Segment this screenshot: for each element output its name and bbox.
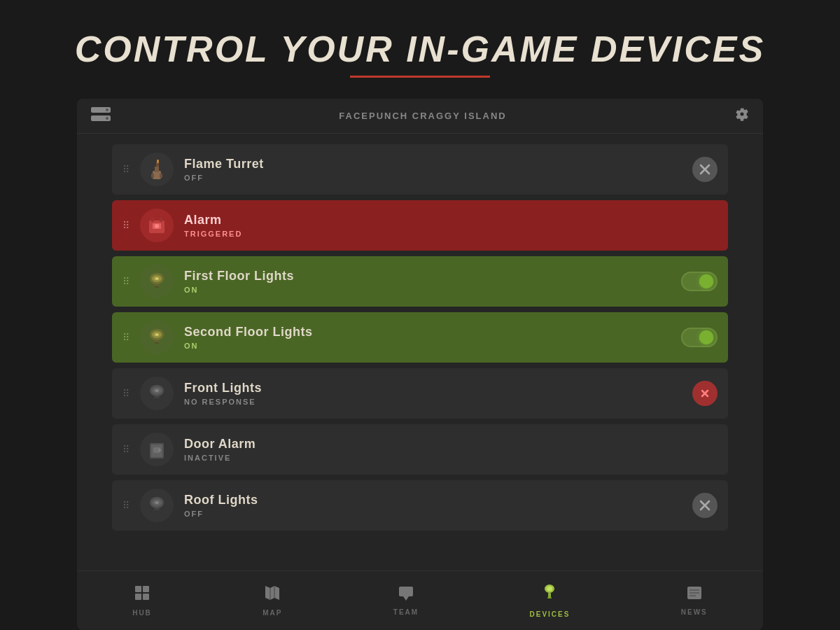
off-button[interactable] xyxy=(692,157,718,182)
server-name: FACEPUNCH CRAGGY ISLAND xyxy=(339,111,506,121)
svg-rect-46 xyxy=(135,586,141,592)
svg-rect-9 xyxy=(157,160,159,163)
main-panel: FACEPUNCH CRAGGY ISLAND ⠿ xyxy=(77,99,763,630)
device-info: Door Alarm INACTIVE xyxy=(184,437,718,462)
svg-rect-29 xyxy=(154,396,160,398)
device-row[interactable]: ⠿ Door Alarm INACTIVE xyxy=(112,424,728,475)
svg-marker-50 xyxy=(265,586,279,600)
svg-rect-57 xyxy=(548,593,551,597)
device-control[interactable] xyxy=(681,272,718,291)
device-row[interactable]: ⠿ Alarm TRIGGERED xyxy=(112,200,728,251)
settings-icon[interactable] xyxy=(735,107,749,125)
svg-point-31 xyxy=(155,389,159,392)
nav-label-hub: HUB xyxy=(132,609,152,617)
svg-rect-53 xyxy=(399,587,413,596)
svg-rect-15 xyxy=(160,218,162,222)
hub-icon xyxy=(134,584,150,606)
nav-item-map[interactable]: MAP xyxy=(248,581,296,620)
device-info: Flame Turret OFF xyxy=(184,157,682,182)
svg-point-26 xyxy=(155,333,159,336)
drag-handle: ⠿ xyxy=(122,276,130,287)
svg-rect-48 xyxy=(135,594,141,600)
device-icon-wrap xyxy=(140,209,174,242)
nav-item-hub[interactable]: HUB xyxy=(118,581,166,620)
device-control[interactable] xyxy=(692,381,718,406)
nav-label-team: TEAM xyxy=(393,608,419,616)
panel-body: ⠿ Flame Turret OFF xyxy=(77,134,763,630)
svg-rect-42 xyxy=(155,510,159,512)
device-icon-wrap xyxy=(140,433,174,466)
toggle-on[interactable] xyxy=(681,328,718,347)
svg-rect-47 xyxy=(143,586,149,592)
nav-item-devices[interactable]: DEVICES xyxy=(516,580,584,622)
device-icon-wrap xyxy=(140,153,174,186)
svg-marker-54 xyxy=(403,596,409,601)
drag-handle: ⠿ xyxy=(122,500,130,511)
svg-rect-7 xyxy=(151,174,154,178)
device-row[interactable]: ⠿ Second Floor Lights ON xyxy=(112,312,728,363)
drag-handle: ⠿ xyxy=(122,388,130,399)
panel-header: FACEPUNCH CRAGGY ISLAND xyxy=(77,99,763,134)
nav-label-news: NEWS xyxy=(681,608,708,616)
svg-point-3 xyxy=(106,117,108,120)
nav-item-news[interactable]: NEWS xyxy=(667,582,722,620)
device-row[interactable]: ⠿ First Floor Lights ON xyxy=(112,256,728,307)
svg-rect-14 xyxy=(151,218,154,222)
device-status: TRIGGERED xyxy=(184,230,718,238)
device-name: Roof Lights xyxy=(184,493,682,507)
device-icon-wrap xyxy=(140,321,174,354)
page-title: CONTROL YOUR IN-GAME DEVICES xyxy=(14,28,826,70)
svg-point-43 xyxy=(155,501,159,504)
device-list: ⠿ Flame Turret OFF xyxy=(77,134,763,581)
title-underline xyxy=(350,76,490,78)
team-icon xyxy=(398,585,414,605)
svg-rect-24 xyxy=(154,340,160,342)
svg-rect-25 xyxy=(155,342,159,344)
svg-rect-49 xyxy=(143,594,149,600)
devices-icon xyxy=(542,583,556,607)
nav-label-map: MAP xyxy=(262,609,282,617)
device-row[interactable]: ⠿ Flame Turret OFF xyxy=(112,144,728,195)
map-icon xyxy=(265,584,280,606)
device-name: Door Alarm xyxy=(184,437,718,451)
device-status: OFF xyxy=(184,174,682,182)
svg-point-16 xyxy=(155,224,159,228)
server-icon xyxy=(91,107,111,125)
device-info: Alarm TRIGGERED xyxy=(184,213,718,238)
device-control[interactable] xyxy=(692,493,718,518)
device-name: Alarm xyxy=(184,213,718,227)
svg-rect-20 xyxy=(155,286,159,288)
error-button[interactable] xyxy=(692,381,718,406)
svg-rect-30 xyxy=(155,398,159,400)
nav-label-devices: DEVICES xyxy=(530,610,570,618)
svg-point-2 xyxy=(106,108,108,111)
device-info: First Floor Lights ON xyxy=(184,269,671,294)
device-name: Front Lights xyxy=(184,381,682,396)
device-row[interactable]: ⠿ Roof Lights OFF xyxy=(112,480,728,531)
device-icon-wrap xyxy=(140,265,174,298)
news-icon xyxy=(686,585,703,605)
bottom-nav: HUB MAP T xyxy=(77,570,763,630)
device-control[interactable] xyxy=(692,157,718,182)
toggle-on[interactable] xyxy=(681,272,718,291)
device-info: Front Lights NO RESPONSE xyxy=(184,381,682,406)
svg-rect-8 xyxy=(160,174,162,178)
svg-rect-58 xyxy=(547,597,552,598)
drag-handle: ⠿ xyxy=(122,220,130,231)
device-status: ON xyxy=(184,342,671,350)
device-status: ON xyxy=(184,286,671,294)
device-status: INACTIVE xyxy=(184,454,718,462)
drag-handle: ⠿ xyxy=(122,164,130,175)
svg-rect-5 xyxy=(155,167,159,172)
svg-point-56 xyxy=(547,587,552,592)
off-button[interactable] xyxy=(692,493,718,518)
device-icon-wrap xyxy=(140,377,174,410)
device-status: NO RESPONSE xyxy=(184,398,682,406)
device-row[interactable]: ⠿ Front Lights NO RESPONSE xyxy=(112,368,728,419)
device-name: First Floor Lights xyxy=(184,269,671,284)
nav-item-team[interactable]: TEAM xyxy=(379,582,433,620)
svg-point-38 xyxy=(158,449,161,451)
device-control[interactable] xyxy=(681,328,718,347)
device-info: Roof Lights OFF xyxy=(184,493,682,518)
device-icon-wrap xyxy=(140,489,174,522)
